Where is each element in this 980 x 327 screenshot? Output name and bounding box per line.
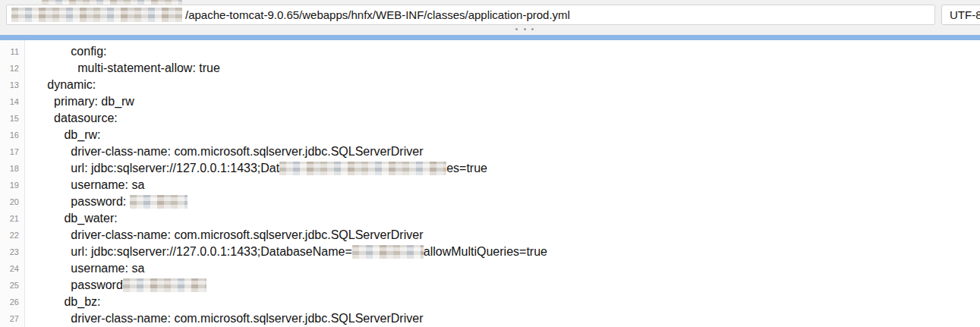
- code-line: db_rw:: [26, 127, 980, 143]
- code-line: url: jdbc:sqlserver://127.0.0.1:1433;Dat…: [26, 244, 980, 260]
- line-number: 26: [0, 294, 24, 310]
- code-line: driver-class-name: com.microsoft.sqlserv…: [26, 227, 980, 244]
- encoding-select[interactable]: UTF-8: [941, 5, 980, 25]
- yaml-editor[interactable]: 1112131415161718192021222324252627 confi…: [0, 40, 980, 327]
- redacted-path-prefix: [11, 8, 182, 22]
- grip-dot: [515, 28, 518, 30]
- line-number: 24: [0, 260, 24, 277]
- code-line: username: sa: [26, 177, 980, 193]
- code-line: url: jdbc:sqlserver://127.0.0.1:1433;Dat…: [26, 160, 980, 177]
- file-path-input[interactable]: /apache-tomcat-9.0.65/webapps/hnfx/WEB-I…: [6, 5, 935, 25]
- redacted-text: [130, 195, 187, 209]
- line-number: 22: [0, 227, 24, 244]
- line-number: 27: [0, 310, 24, 327]
- redacted-text: [352, 245, 424, 259]
- line-number: 23: [0, 244, 24, 260]
- line-number: 13: [0, 77, 24, 93]
- grip-dot: [531, 28, 534, 30]
- address-bar: /apache-tomcat-9.0.65/webapps/hnfx/WEB-I…: [0, 0, 980, 35]
- code-line: driver-class-name: com.microsoft.sqlserv…: [26, 310, 980, 327]
- line-number: 21: [0, 210, 24, 227]
- code-line: primary: db_rw: [26, 93, 980, 110]
- line-number: 14: [0, 93, 24, 110]
- splitter-bar[interactable]: [0, 35, 980, 40]
- code-area: config: multi-statement-allow: true dyna…: [26, 40, 980, 327]
- code-line: multi-statement-allow: true: [26, 60, 980, 77]
- line-number: 11: [0, 43, 24, 60]
- code-line: dynamic:: [26, 77, 980, 93]
- encoding-label: UTF-8: [950, 8, 980, 21]
- splitter-grip[interactable]: [515, 27, 534, 31]
- line-number: 16: [0, 127, 24, 143]
- line-number: 20: [0, 193, 24, 210]
- line-number: 18: [0, 160, 24, 177]
- redacted-text: [279, 162, 446, 175]
- line-number: 25: [0, 277, 24, 294]
- code-line: driver-class-name: com.microsoft.sqlserv…: [26, 143, 980, 160]
- line-number-gutter: 1112131415161718192021222324252627: [0, 40, 25, 327]
- line-number: 12: [0, 60, 24, 77]
- code-line: config:: [26, 43, 980, 60]
- code-line: db_bz:: [26, 294, 980, 310]
- line-number: 15: [0, 110, 24, 127]
- file-path-text: /apache-tomcat-9.0.65/webapps/hnfx/WEB-I…: [185, 8, 570, 21]
- grip-dot: [524, 28, 526, 30]
- line-number: 19: [0, 177, 24, 193]
- redacted-text: [123, 278, 206, 292]
- code-line: username: sa: [26, 260, 980, 277]
- code-line: password: [26, 277, 980, 294]
- code-line: db_water:: [26, 210, 980, 227]
- code-line: datasource:: [26, 110, 980, 127]
- code-line: password:: [26, 193, 980, 210]
- line-number: 17: [0, 143, 24, 160]
